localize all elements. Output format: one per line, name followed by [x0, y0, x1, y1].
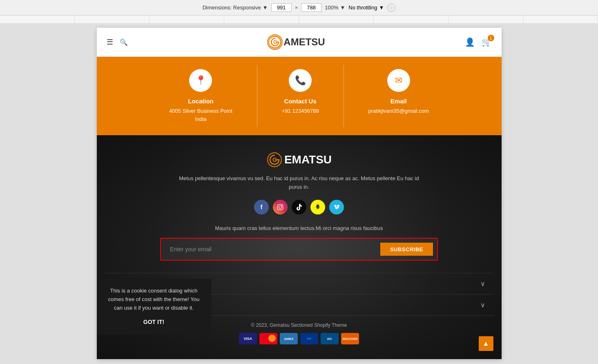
- email-text: pratikjivani35@gmail.com: [368, 107, 429, 115]
- newsletter-text: Mauris quam cras tellus elementum lectus…: [105, 224, 493, 232]
- zoom-text: 100%: [325, 4, 338, 11]
- settings-icon[interactable]: ◇: [387, 4, 395, 12]
- footer-logo: G EMATSU: [105, 152, 493, 168]
- page-wrapper: width ochhi kro 543 thi 100% ☰ 🔍 G AMETS…: [0, 24, 598, 364]
- width-input[interactable]: [271, 3, 292, 12]
- site-header: ☰ 🔍 G AMETSU 👤 🛒 1: [97, 28, 502, 57]
- svg-point-5: [279, 205, 282, 208]
- svg-point-6: [281, 205, 282, 206]
- accordion-chevron-1: ∨: [480, 301, 485, 309]
- header-left: ☰ 🔍: [107, 38, 128, 47]
- footer-section: G EMATSU Metus pellentesque vivamus vu s…: [97, 135, 502, 359]
- vimeo-icon[interactable]: [329, 200, 344, 214]
- contact-phone: 📞 Contact Us +91 123456789: [257, 65, 344, 127]
- user-account-icon[interactable]: 👤: [465, 37, 475, 47]
- throttle-control[interactable]: No throttling ▼: [348, 4, 384, 11]
- tiktok-icon[interactable]: [292, 200, 306, 214]
- dimensions-arrow: ▼: [263, 4, 268, 11]
- browser-frame: ☰ 🔍 G AMETSU 👤 🛒 1: [97, 28, 502, 359]
- accordion-chevron-0: ∨: [480, 280, 485, 288]
- cookie-dialog: This is a cookie consent dialog which co…: [97, 279, 211, 335]
- toolbar: Dimensions: Responsive ▼ × 100% ▼ No thr…: [0, 0, 598, 16]
- cookie-got-it-button[interactable]: GOT IT!: [105, 317, 203, 326]
- email-icon-circle: ✉: [387, 69, 410, 92]
- location-text: 4005 Silver Business PointIndia: [169, 107, 232, 123]
- instagram-icon[interactable]: [273, 200, 288, 214]
- location-title: Location: [188, 98, 214, 105]
- mastercard-icon: [259, 333, 277, 344]
- amex-icon: AMEX: [280, 333, 298, 344]
- search-icon[interactable]: 🔍: [120, 38, 128, 46]
- dimensions-text: Dimensions: Responsive: [203, 4, 261, 11]
- scroll-to-top-button[interactable]: ▲: [479, 336, 493, 351]
- cart-icon-wrapper[interactable]: 🛒 1: [482, 37, 492, 47]
- footer-description: Metus pellentesque vivamus vu sed. Eu ha…: [176, 174, 422, 192]
- social-icons-row: f: [105, 200, 493, 214]
- newsletter-form: SUBSCRIBE: [160, 238, 438, 261]
- visa-icon: VISA: [239, 333, 257, 344]
- contact-email: ✉ Email pratikjivani35@gmail.com: [344, 65, 453, 127]
- phone-icon-circle: 📞: [289, 69, 312, 92]
- email-title: Email: [390, 98, 407, 105]
- cookie-text: This is a cookie consent dialog which co…: [105, 287, 203, 312]
- snapchat-icon[interactable]: [310, 200, 325, 214]
- times-symbol: ×: [295, 4, 298, 11]
- cart-badge: 1: [488, 35, 494, 41]
- height-input[interactable]: [301, 3, 321, 12]
- logo-g-circle: G: [267, 34, 283, 50]
- svg-rect-4: [277, 204, 283, 210]
- phone-text: +91 123456789: [282, 107, 319, 115]
- header-right: 👤 🛒 1: [465, 37, 492, 47]
- payment-icons-row: VISA AMEX PP DC DISCOVER: [113, 333, 485, 344]
- contact-bar: 📍 Location 4005 Silver Business PointInd…: [97, 57, 502, 135]
- logo-text: AMETSU: [283, 36, 325, 48]
- paypal-icon: PP: [300, 333, 318, 344]
- footer-logo-text: EMATSU: [284, 153, 332, 166]
- subscribe-button[interactable]: SUBSCRIBE: [380, 243, 433, 256]
- svg-text:G: G: [273, 39, 277, 45]
- location-icon-circle: 📍: [189, 69, 212, 92]
- facebook-icon[interactable]: f: [254, 200, 269, 214]
- contact-location: 📍 Location 4005 Silver Business PointInd…: [145, 65, 257, 127]
- email-input[interactable]: [165, 243, 380, 256]
- svg-text:G: G: [272, 156, 277, 163]
- svg-point-0: [269, 36, 281, 48]
- discover-icon: DISCOVER: [341, 333, 359, 344]
- logo-svg: G: [268, 35, 282, 49]
- throttle-text: No throttling: [348, 4, 377, 11]
- hamburger-menu-icon[interactable]: ☰: [107, 38, 113, 47]
- zoom-control[interactable]: 100% ▼: [325, 4, 345, 11]
- site-logo[interactable]: G AMETSU: [267, 34, 325, 50]
- phone-title: Contact Us: [284, 98, 317, 105]
- ruler: [0, 16, 598, 24]
- dimensions-label: Dimensions: Responsive ▼: [203, 4, 268, 11]
- footer-logo-svg: G: [266, 152, 283, 168]
- diners-icon: DC: [321, 333, 339, 344]
